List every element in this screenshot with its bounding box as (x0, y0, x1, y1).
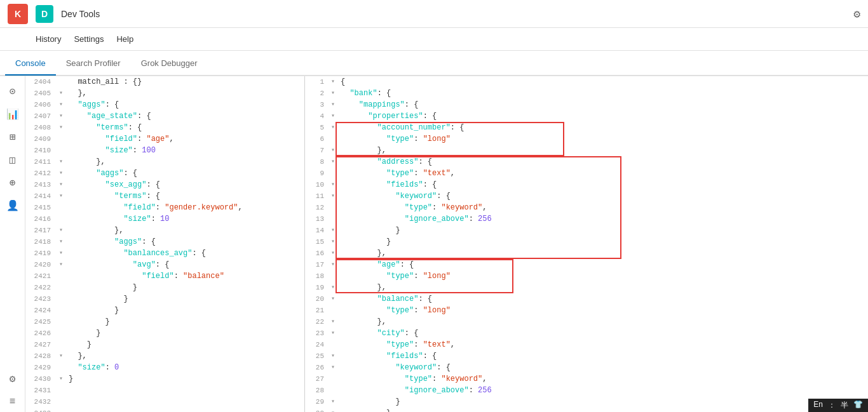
top-bar: K D Dev Tools ⚙ (0, 0, 868, 28)
fold-arrow[interactable]: ▾ (328, 99, 338, 110)
left-code-area[interactable]: 2404 match_all : {}2405▾ },2406▾ "aggs":… (25, 76, 304, 412)
fold-arrow[interactable]: ▾ (328, 362, 338, 373)
tab-console[interactable]: Console (5, 52, 56, 76)
fold-arrow[interactable]: ▾ (328, 350, 338, 362)
line-number: 2424 (25, 305, 56, 316)
line-content: } (66, 282, 304, 293)
line-number: 20 (305, 293, 328, 305)
settings-icon[interactable]: ⚙ (853, 7, 860, 21)
fold-arrow[interactable]: ▾ (56, 88, 66, 99)
line-content: "age_state": { (66, 110, 304, 122)
right-code-line: 9 "type": "text", (305, 168, 868, 179)
fold-arrow[interactable]: ▾ (328, 248, 338, 259)
main-content: ⊙ 📊 ⊞ ◫ ⊕ 👤 ⚙ ≡ 2404 match_all : {}2405▾… (0, 76, 868, 412)
fold-arrow[interactable]: ▾ (56, 156, 66, 168)
sidebar-icon-discover[interactable]: ⊙ (3, 81, 23, 102)
line-number: 2413 (25, 179, 56, 190)
line-number: 1 (305, 76, 328, 88)
line-number: 2432 (25, 396, 56, 408)
line-number: 15 (305, 236, 328, 248)
line-content: "aggs": { (66, 168, 304, 179)
right-panel: 1▾{2▾ "bank": {3▾ "mappings": {4▾ "prope… (305, 76, 868, 412)
right-code-line: 22▾ }, (305, 316, 868, 328)
line-content: "banlances_avg": { (66, 248, 304, 259)
menu-bar: History Settings Help (0, 28, 868, 51)
line-content: }, (338, 282, 868, 293)
fold-arrow[interactable]: ▾ (56, 179, 66, 190)
sidebar-icon-user[interactable]: 👤 (3, 196, 23, 216)
fold-arrow[interactable]: ▾ (56, 168, 66, 179)
line-content: "properties": { (338, 110, 868, 122)
fold-arrow[interactable]: ▾ (328, 156, 338, 168)
line-number: 2431 (25, 385, 56, 396)
sidebar-icon-maps[interactable]: ⊕ (3, 173, 23, 193)
fold-arrow[interactable]: ▾ (328, 145, 338, 156)
fold-arrow[interactable]: ▾ (56, 99, 66, 110)
fold-arrow[interactable]: ▾ (328, 225, 338, 236)
fold-arrow[interactable]: ▾ (328, 110, 338, 122)
line-content: "aggs": { (66, 236, 304, 248)
line-content: "field": "balance" (66, 270, 304, 282)
fold-arrow[interactable]: ▾ (56, 259, 66, 270)
right-code-line: 21 "type": "long" (305, 305, 868, 316)
fold-arrow[interactable]: ▾ (328, 76, 338, 88)
right-code-line: 13 "ignore_above": 256 (305, 213, 868, 225)
line-content: { (338, 76, 868, 88)
sidebar-icon-settings[interactable]: ⚙ (3, 369, 23, 389)
fold-arrow[interactable]: ▾ (56, 350, 66, 362)
line-content: "city": { (338, 328, 868, 339)
right-code-line: 18 "type": "long" (305, 270, 868, 282)
left-code-line: 2432 (25, 396, 304, 408)
sidebar-icon-dashboard[interactable]: ⊞ (3, 127, 23, 147)
fold-arrow[interactable]: ▾ (56, 373, 66, 385)
line-number: 2428 (25, 350, 56, 362)
fold-arrow[interactable]: ▾ (56, 248, 66, 259)
line-number: 2425 (25, 316, 56, 328)
left-code-lines: 2404 match_all : {}2405▾ },2406▾ "aggs":… (25, 76, 304, 412)
tab-search-profiler[interactable]: Search Profiler (56, 52, 131, 76)
fold-arrow[interactable]: ▾ (56, 110, 66, 122)
line-number: 3 (305, 99, 328, 110)
line-content: "type": "long" (338, 305, 868, 316)
line-content: "terms": { (66, 190, 304, 202)
line-number: 8 (305, 156, 328, 168)
left-code-line: 2422 } (25, 282, 304, 293)
fold-arrow[interactable]: ▾ (328, 282, 338, 293)
line-number: 18 (305, 270, 328, 282)
fold-arrow[interactable]: ▾ (328, 293, 338, 305)
sidebar-icon-menu[interactable]: ≡ (3, 392, 23, 412)
line-content: "ignore_above": 256 (338, 213, 868, 225)
line-number: 2423 (25, 293, 56, 305)
fold-arrow[interactable]: ▾ (56, 225, 66, 236)
fold-arrow[interactable]: ▾ (328, 236, 338, 248)
menu-history[interactable]: History (36, 29, 61, 49)
line-content: } (338, 236, 868, 248)
line-content: } (66, 328, 304, 339)
fold-arrow[interactable]: ▾ (56, 236, 66, 248)
fold-arrow[interactable]: ▾ (328, 88, 338, 99)
fold-arrow[interactable]: ▾ (328, 316, 338, 328)
fold-arrow[interactable]: ▾ (328, 259, 338, 270)
fold-arrow[interactable]: ▾ (328, 396, 338, 408)
menu-settings[interactable]: Settings (74, 29, 104, 49)
fold-arrow[interactable]: ▾ (328, 179, 338, 190)
line-content: match_all : {} (66, 76, 304, 88)
sidebar-icon-visualize[interactable]: 📊 (3, 104, 23, 124)
fold-arrow[interactable]: ▾ (56, 122, 66, 133)
fold-arrow[interactable]: ▾ (328, 408, 338, 412)
fold-arrow[interactable]: ▾ (328, 190, 338, 202)
line-number: 2418 (25, 236, 56, 248)
left-code-line: 2429 "size": 0 (25, 362, 304, 373)
line-number: 22 (305, 316, 328, 328)
right-code-area[interactable]: 1▾{2▾ "bank": {3▾ "mappings": {4▾ "prope… (305, 76, 868, 412)
fold-arrow[interactable]: ▾ (328, 122, 338, 133)
left-code-line: 2417▾ }, (25, 225, 304, 236)
fold-arrow[interactable]: ▾ (328, 328, 338, 339)
line-number: 11 (305, 190, 328, 202)
line-content: "type": "keyword", (338, 373, 868, 385)
fold-arrow[interactable]: ▾ (56, 190, 66, 202)
tab-grok-debugger[interactable]: Grok Debugger (131, 52, 208, 76)
menu-help[interactable]: Help (116, 29, 133, 49)
line-content: "type": "keyword", (338, 202, 868, 213)
sidebar-icon-canvas[interactable]: ◫ (3, 150, 23, 170)
